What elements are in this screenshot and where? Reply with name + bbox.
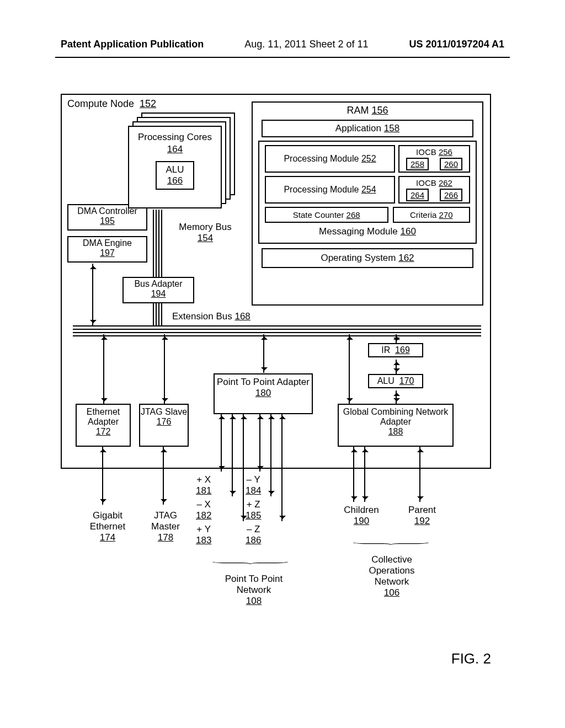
pm-row-2: Processing Module 254 IOCB 262 264 266 — [265, 176, 470, 204]
page-header: Patent Application Publication Aug. 11, … — [0, 0, 565, 56]
arrow-extbus-jtag — [164, 334, 165, 404]
state-counter: State Counter 268 — [265, 207, 388, 223]
plus-x: + X181 — [196, 474, 211, 496]
ethernet-adapter: Ethernet Adapter172 — [76, 404, 131, 447]
compute-node-box: Compute Node 152 Processing Cores164 ALU… — [61, 94, 491, 469]
bus-adapter: Bus Adapter194 — [122, 277, 194, 303]
minus-x: – X182 — [196, 499, 211, 521]
arrow-p2p-pz — [270, 414, 271, 496]
ram-title: RAM 156 — [253, 105, 482, 116]
iocb-1: IOCB 256 258 260 — [398, 145, 470, 173]
arrow-ir-alu — [396, 360, 397, 374]
alu-box: ALU 170 — [368, 374, 423, 388]
iocb1-b: 260 — [440, 158, 462, 170]
co-network: Collective Operations Network106 — [353, 554, 430, 598]
iocb1-a: 258 — [406, 158, 429, 170]
arrow-alu-gcn — [396, 390, 397, 404]
jtag-slave: JTAG Slave176 — [139, 404, 189, 447]
children-label: Children190 — [337, 505, 386, 527]
header-mid: Aug. 11, 2011 Sheet 2 of 11 — [244, 39, 368, 50]
minus-z: – Z186 — [246, 524, 261, 546]
gcn-adapter: Global Combining Network Adapter188 — [338, 404, 454, 447]
cores-title: Processing Cores164 — [129, 131, 221, 156]
gigabit-ethernet: Gigabit Ethernet174 — [80, 510, 135, 543]
plus-y: + Y183 — [196, 524, 211, 546]
arrow-p2p-ny — [259, 414, 260, 472]
core-alu: ALU166 — [156, 161, 194, 190]
processing-module-1: Processing Module 252 — [265, 145, 395, 173]
compute-node-ref: 152 — [140, 98, 156, 109]
figure-2: Compute Node 152 Processing Cores164 ALU… — [61, 94, 491, 667]
ram-box: RAM 156 Application 158 Processing Modul… — [252, 101, 483, 306]
header-left: Patent Application Publication — [61, 39, 204, 50]
ir-box: IR 169 — [368, 343, 423, 357]
parent-label: Parent192 — [400, 505, 444, 527]
jtag-master: JTAG Master178 — [143, 510, 188, 543]
page: Patent Application Publication Aug. 11, … — [0, 0, 565, 728]
extension-bus-label: Extension Bus 168 — [172, 311, 250, 322]
iocb2-a: 264 — [406, 189, 429, 201]
arrow-jtag-master — [163, 447, 164, 505]
arrow-extbus-p2p — [263, 334, 264, 373]
arrow-gcn-parent — [419, 447, 420, 502]
application-box: Application 158 — [262, 120, 473, 137]
processing-module-2: Processing Module 254 — [265, 176, 395, 204]
arrow-p2p-py — [243, 414, 244, 521]
header-rule — [55, 57, 510, 58]
criteria: Criteria 270 — [393, 207, 471, 223]
arrow-p2p-px — [221, 414, 222, 472]
arrow-gcn-child1 — [353, 447, 354, 502]
core-front: Processing Cores164 ALU166 — [128, 126, 222, 208]
messaging-module-group: Processing Module 252 IOCB 256 258 260 P… — [258, 141, 477, 244]
messaging-module: Messaging Module 160 — [259, 226, 476, 237]
arrow-eth-gige — [102, 447, 103, 505]
bus-adapter-to-extbus — [153, 303, 164, 325]
compute-node-label: Compute Node 152 — [67, 98, 156, 110]
arrow-p2p-nz — [281, 414, 282, 521]
p2p-network: Point To Point Network108 — [215, 574, 292, 607]
figure-label: FIG. 2 — [451, 650, 491, 667]
memory-bus-lines — [153, 210, 164, 277]
iocb2-b: 266 — [440, 189, 462, 201]
compute-node-text: Compute Node — [67, 98, 134, 109]
brace-p2p: ︸ — [210, 556, 298, 572]
operating-system: Operating System 162 — [262, 248, 473, 268]
arrow-extbus-ir — [396, 334, 397, 343]
plus-z: + Z185 — [246, 499, 261, 521]
arrow-extbus-gcn — [349, 334, 350, 404]
header-right: US 2011/0197204 A1 — [409, 39, 504, 50]
arrow-gcn-child2 — [364, 447, 365, 502]
dma-engine: DMA Engine197 — [67, 236, 147, 263]
arrow-extbus-eth — [103, 334, 104, 404]
iocb-2: IOCB 262 264 266 — [398, 176, 470, 204]
arrow-dma-extbus — [92, 264, 93, 325]
state-criteria-row: State Counter 268 Criteria 270 — [265, 207, 470, 223]
arrow-p2p-nx — [232, 414, 233, 496]
memory-bus-label: Memory Bus154 — [172, 222, 238, 244]
brace-co: ︸ — [350, 537, 439, 553]
minus-y: – Y184 — [246, 474, 261, 496]
pm-row-1: Processing Module 252 IOCB 256 258 260 — [265, 145, 470, 173]
p2p-adapter: Point To Point Adapter180 — [214, 373, 313, 414]
